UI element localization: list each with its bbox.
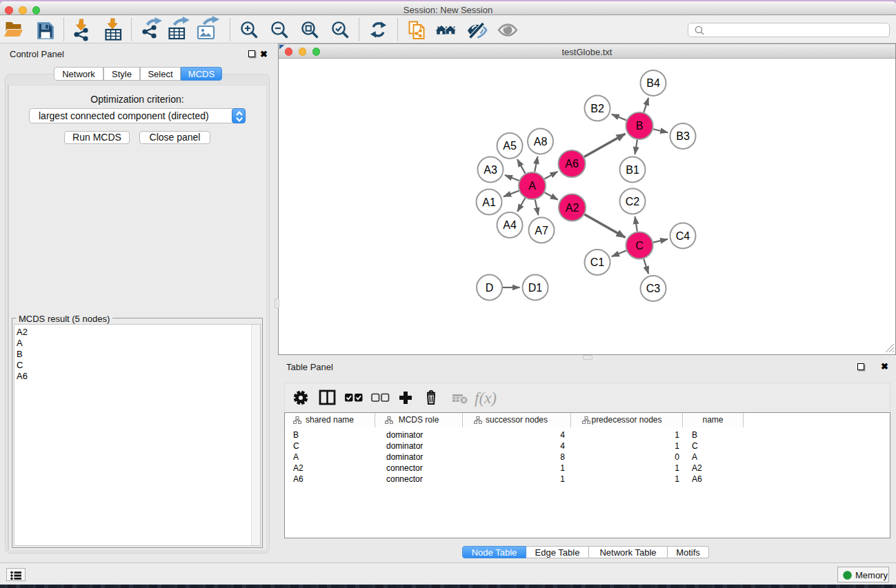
svg-text:A7: A7 bbox=[535, 225, 548, 236]
svg-text:A6: A6 bbox=[565, 158, 579, 170]
svg-text:B4: B4 bbox=[646, 77, 660, 89]
svg-text:C1: C1 bbox=[590, 256, 605, 268]
svg-text:B2: B2 bbox=[590, 103, 604, 114]
svg-text:A8: A8 bbox=[534, 136, 548, 148]
svg-text:B1: B1 bbox=[626, 164, 639, 176]
svg-text:f(x): f(x) bbox=[475, 389, 497, 407]
svg-text:A: A bbox=[528, 180, 536, 192]
svg-text:D: D bbox=[486, 282, 494, 294]
svg-text:A2: A2 bbox=[566, 202, 579, 214]
svg-text:A3: A3 bbox=[484, 164, 497, 176]
svg-text:B3: B3 bbox=[676, 130, 690, 142]
svg-text:A5: A5 bbox=[503, 140, 517, 152]
svg-text:A1: A1 bbox=[482, 196, 496, 208]
svg-text:D1: D1 bbox=[528, 282, 543, 294]
svg-text:C2: C2 bbox=[626, 196, 640, 207]
svg-text:C4: C4 bbox=[676, 230, 690, 242]
svg-text:C3: C3 bbox=[646, 283, 661, 294]
svg-text:B: B bbox=[636, 120, 644, 132]
svg-text:C: C bbox=[635, 240, 644, 252]
svg-text:A4: A4 bbox=[503, 219, 517, 231]
